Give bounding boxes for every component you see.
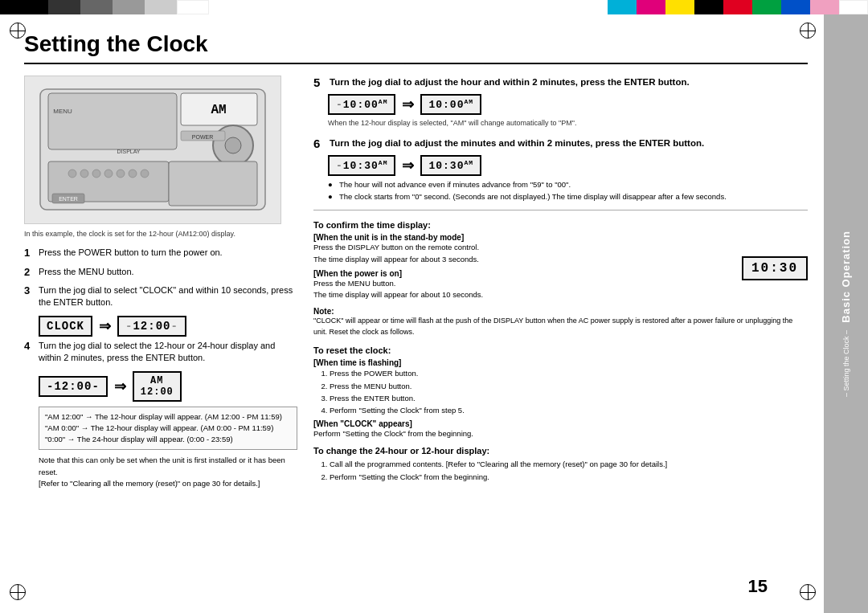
svg-point-14 [68, 170, 76, 178]
change-display-steps: Call all the programmed contents. [Refer… [313, 458, 808, 482]
step-2-num: 2 [24, 266, 35, 278]
step-5-note: When the 12-hour display is selected, "A… [328, 118, 808, 129]
note-title: Note: [313, 307, 808, 316]
step-6-text: Turn the jog dial to adjust the minutes … [330, 137, 704, 149]
main-content: Setting the Clock AM [0, 14, 868, 613]
reset-flashing-subtitle: [When time is flashing] [313, 358, 808, 367]
confirm-section: To confirm the time display: [When the u… [313, 220, 808, 300]
step-4-info-line2: "AM 0:00" → The 12-hour display will app… [45, 423, 273, 432]
step-1-text: Press the POWER button to turn the power… [39, 247, 223, 259]
change-display-title: To change the 24-hour or 12-hour display… [313, 446, 808, 456]
note-section: Note: "CLOCK" will appear or time will f… [313, 307, 808, 337]
step-2: 2 Press the MENU button. [24, 266, 297, 278]
step-3-display-before: CLOCK [39, 316, 92, 337]
step-3-text: Turn the jog dial to select "CLOCK" and … [39, 284, 297, 309]
reset-step-1: Press the POWER button. [330, 367, 808, 379]
confirm-power-text1: Press the MENU button. [313, 278, 726, 289]
step-6-bullet-1: ● The hour will not advance even if minu… [328, 179, 808, 190]
svg-point-18 [117, 170, 125, 178]
change-display-section: To change the 24-hour or 12-hour display… [313, 446, 808, 482]
step-4-num: 4 [24, 340, 35, 352]
step-4-text: Turn the jog dial to select the 12-hour … [39, 340, 297, 365]
note-text: "CLOCK" will appear or time will flash a… [313, 316, 808, 337]
step-5-display-row: -10:00AM ⇒ 10:00AM [328, 94, 808, 115]
svg-rect-11 [169, 161, 257, 206]
step-1-num: 1 [24, 247, 35, 259]
divider-1 [313, 210, 808, 210]
page-number: 15 [748, 576, 768, 597]
step-6-num: 6 [313, 137, 326, 150]
confirm-standby-text1: Press the DISPLAY button on the remote c… [313, 242, 726, 253]
change-display-step-1: Call all the programmed contents. [Refer… [330, 458, 808, 470]
svg-text:AM: AM [211, 103, 226, 117]
confirm-display-value: 10:30 [742, 256, 808, 280]
reset-clock-subtitle: [When "CLOCK" appears] [313, 419, 808, 428]
step-6-arrow: ⇒ [402, 157, 414, 174]
reset-clock-text: Perform "Setting the Clock" from the beg… [313, 428, 808, 439]
step-3-display-after: -12:00- [117, 316, 186, 337]
confirm-power-subtitle: [When the power is on] [313, 269, 726, 278]
device-image: AM POWER MENU DISPLAY [24, 76, 281, 224]
step-6-bullet-2: ● The clock starts from "0" second. (Sec… [328, 191, 808, 202]
svg-point-15 [80, 170, 88, 178]
step-5-display-before: -10:00AM [328, 94, 395, 115]
step-5-header: 5 Turn the jog dial to adjust the hour a… [313, 76, 808, 89]
step-4-info-line1: "AM 12:00" → The 12-hour display will ap… [45, 412, 282, 421]
reset-section: To reset the clock: [When time is flashi… [313, 345, 808, 439]
step-3: 3 Turn the jog dial to select "CLOCK" an… [24, 284, 297, 309]
reset-steps-list: Press the POWER button. Press the MENU b… [313, 367, 808, 416]
step-6-header: 6 Turn the jog dial to adjust the minute… [313, 137, 808, 150]
step-4: 4 Turn the jog dial to select the 12-hou… [24, 340, 297, 365]
step-4-display-before: -12:00- [39, 376, 108, 397]
step-4-info-box: "AM 12:00" → The 12-hour display will ap… [39, 407, 297, 451]
step-4-note: Note that this can only be set when the … [39, 455, 297, 489]
step-6: 6 Turn the jog dial to adjust the minute… [313, 137, 808, 202]
svg-text:POWER: POWER [192, 134, 213, 140]
col-right: 5 Turn the jog dial to adjust the hour a… [313, 76, 808, 492]
step-3-num: 3 [24, 284, 35, 296]
sidebar-sub-label: – Setting the Clock – [842, 330, 850, 397]
col-left: AM POWER MENU DISPLAY [24, 76, 297, 492]
left-content: Setting the Clock AM [0, 14, 824, 613]
step-5-text: Turn the jog dial to adjust the hour and… [330, 76, 690, 88]
step-3-arrow: ⇒ [99, 317, 111, 335]
step-6-bullet-1-text: The hour will not advance even if minute… [339, 179, 571, 190]
step-4-arrow: ⇒ [114, 378, 126, 395]
step-3-display-row: CLOCK ⇒ -12:00- [39, 316, 297, 337]
svg-point-20 [141, 170, 149, 178]
confirm-standby-text2: The time display will appear for about 3… [313, 254, 726, 265]
step-5-arrow: ⇒ [402, 96, 414, 113]
svg-text:MENU: MENU [53, 108, 72, 115]
reset-title: To reset the clock: [313, 345, 808, 355]
step-4-info-line3: "0:00" → The 24-hour display will appear… [45, 435, 233, 443]
step-6-display-before: -10:30AM [328, 155, 395, 176]
color-bar-top [0, 0, 868, 14]
confirm-standby-subtitle: [When the unit is in the stand-by mode] [313, 233, 726, 242]
step-6-bullet-2-text: The clock starts from "0" second. (Secon… [339, 191, 727, 202]
change-display-step-2: Perform "Setting the Clock" from the beg… [330, 471, 808, 483]
reset-step-3: Press the ENTER button. [330, 392, 808, 404]
svg-point-16 [92, 170, 100, 178]
confirm-power-text2: The time display will appear for about 1… [313, 289, 726, 300]
step-1: 1 Press the POWER button to turn the pow… [24, 247, 297, 259]
two-col-layout: AM POWER MENU DISPLAY [24, 76, 808, 492]
confirm-title: To confirm the time display: [313, 220, 726, 230]
svg-point-5 [225, 137, 241, 153]
svg-text:ENTER: ENTER [59, 196, 78, 202]
reset-step-2: Press the MENU button. [330, 380, 808, 392]
svg-text:DISPLAY: DISPLAY [117, 149, 140, 154]
sidebar-main-label: Basic Operation [840, 231, 852, 323]
svg-point-17 [104, 170, 113, 178]
step-4-display-after: AM12:00 [133, 371, 182, 402]
step-5: 5 Turn the jog dial to adjust the hour a… [313, 76, 808, 129]
step-5-display-after: 10:00AM [420, 94, 481, 115]
svg-rect-1 [48, 93, 177, 149]
right-sidebar: Basic Operation – Setting the Clock – [824, 14, 868, 613]
svg-point-19 [129, 170, 137, 178]
step-2-text: Press the MENU button. [39, 266, 134, 278]
page-title: Setting the Clock [24, 31, 808, 64]
step-4-display-row: -12:00- ⇒ AM12:00 [39, 371, 297, 402]
step-6-display-after: 10:30AM [420, 155, 481, 176]
device-caption: In this example, the clock is set for th… [24, 229, 297, 239]
step-4-note-text: Note that this can only be set when the … [39, 456, 285, 488]
